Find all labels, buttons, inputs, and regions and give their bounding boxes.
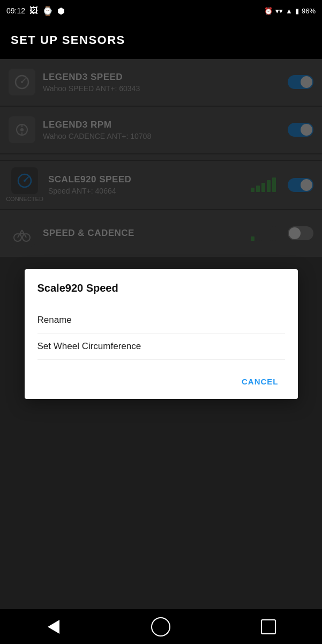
back-button[interactable]: [40, 613, 67, 640]
alarm-icon: ⏰: [264, 7, 273, 15]
wifi-icon: ▾▾: [275, 7, 283, 15]
bluetooth-icon: ⬢: [57, 6, 65, 16]
battery-icon: ▮: [295, 7, 299, 15]
recent-button[interactable]: [255, 613, 282, 640]
home-button[interactable]: [147, 613, 174, 640]
back-icon: [48, 620, 59, 634]
status-bar: 09:12 🖼 ⌚ ⬢ ⏰ ▾▾ ▲ ▮ 96%: [0, 0, 322, 21]
photo-icon: 🖼: [29, 6, 38, 16]
status-right: ⏰ ▾▾ ▲ ▮ 96%: [264, 7, 316, 15]
dialog-actions: CANCEL: [38, 368, 285, 390]
run-icon: ⌚: [42, 6, 53, 16]
recent-icon: [261, 619, 276, 634]
signal-icon: ▲: [286, 7, 293, 15]
home-icon: [151, 617, 170, 636]
cancel-button[interactable]: CANCEL: [235, 373, 285, 390]
content-area: LEGEND3 SPEED Wahoo SPEED ANT+: 60343 LE…: [0, 59, 322, 609]
dialog-title: Scale920 Speed: [38, 282, 285, 294]
battery-percent: 96%: [302, 7, 316, 15]
status-left: 09:12 🖼 ⌚ ⬢: [6, 6, 65, 16]
modal-overlay: Scale920 Speed Rename Set Wheel Circumfe…: [0, 59, 322, 609]
app-bar: SET UP SENSORS: [0, 21, 322, 59]
page-title: SET UP SENSORS: [11, 33, 125, 47]
dialog-option-rename[interactable]: Rename: [38, 307, 285, 334]
dialog-option-wheel-circumference[interactable]: Set Wheel Circumference: [38, 334, 285, 360]
status-time: 09:12: [6, 6, 25, 15]
nav-bar: [0, 609, 322, 644]
dialog: Scale920 Speed Rename Set Wheel Circumfe…: [25, 269, 298, 399]
